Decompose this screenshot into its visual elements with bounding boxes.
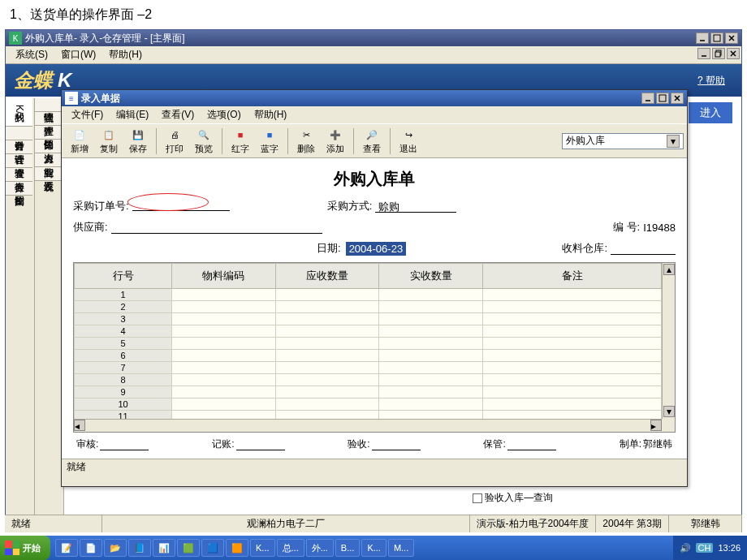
taskbar-item[interactable]: 📘 [128,539,151,557]
date-value[interactable]: 2004-06-23 [346,242,407,256]
menu-help-dialog[interactable]: 帮助(H) [248,106,294,123]
col-actual[interactable]: 实收数量 [379,264,483,289]
preview-button[interactable]: 🔍预览 [189,126,218,157]
status-user: 郭继韩 [669,515,742,532]
sidebar-item-finance[interactable]: 财务会计 [6,127,32,140]
table-row[interactable]: 8 [75,374,662,386]
table-row[interactable]: 10 [75,398,662,411]
ime-badge[interactable]: CH [696,543,714,553]
red-button[interactable]: ■红字 [226,126,255,157]
dialog-minimize-button[interactable] [641,93,654,104]
taskbar-item[interactable]: 📝 [55,539,78,557]
minimize-button[interactable] [696,32,709,44]
taskbar-item[interactable]: K... [250,539,275,557]
new-button[interactable]: 📄新增 [65,126,94,157]
taskbar-item[interactable]: 📊 [153,539,175,557]
sidebar-item-fund[interactable]: 资金管理 [6,154,32,168]
copy-button[interactable]: 📋复制 [94,126,123,157]
taskbar-item[interactable]: 🟦 [201,539,224,557]
add-icon: ➕ [327,127,343,143]
taskbar-item[interactable]: K... [361,539,386,557]
menu-edit[interactable]: 编辑(E) [110,106,155,123]
brand-text: 金蝶 [14,67,53,93]
clock: 13:26 [718,543,741,553]
add-button[interactable]: ➕添加 [321,126,350,157]
menu-options[interactable]: 选项(O) [201,106,247,123]
menu-file[interactable]: 文件(F) [65,106,110,123]
table-row[interactable]: 1 [75,289,662,301]
sidebar-item-bi[interactable]: 商业智能 [35,153,62,167]
table-row[interactable]: 9 [75,386,662,398]
supplier-input[interactable] [111,221,322,234]
dialog-close-button[interactable] [671,93,684,104]
scroll-up-icon[interactable]: ▴ [663,264,675,275]
maker-value: 郭继韩 [643,437,672,451]
sidebar-item-mgmt-acct[interactable]: 管理会计 [6,140,32,154]
warehouse-input[interactable] [611,242,676,255]
delete-button[interactable]: ✂删除 [291,126,321,157]
volume-icon[interactable]: 🔊 [680,543,691,554]
table-row[interactable]: 5 [75,338,662,350]
menu-view[interactable]: 查看(V) [155,106,201,123]
exit-button[interactable]: ↪退出 [394,126,423,157]
close-button[interactable] [725,32,738,44]
sidebar-item-settings[interactable]: 系统设置 [35,167,62,181]
sidebar-item-myk3[interactable]: 我的K/3 [6,98,32,127]
taskbar-item[interactable]: 🟧 [226,539,248,557]
scroll-down-icon[interactable]: ▾ [663,406,675,417]
start-button[interactable]: 开始 [0,536,50,560]
print-button[interactable]: 🖨打印 [160,126,189,157]
col-material[interactable]: 物料编码 [172,264,276,289]
main-title-text: 外购入库单- 录入-仓存管理 - [主界面] [25,32,696,45]
menu-window[interactable]: 窗口(W) [56,46,101,63]
horizontal-scrollbar[interactable]: ◂ ▸ [74,419,662,432]
table-row[interactable]: 3 [75,313,662,325]
maximize-button[interactable] [710,32,723,44]
save-button[interactable]: 💾保存 [123,126,153,157]
dialog-maximize-button[interactable] [656,93,669,104]
grid-table[interactable]: 行号 物料编码 应收数量 实收数量 备注 1234567891011 [74,263,662,423]
taskbar-item[interactable]: 📂 [104,539,127,557]
taskbar-item[interactable]: 📄 [80,539,102,557]
sidebar-item-group[interactable]: 集团控制 [6,182,32,196]
col-rownum[interactable]: 行号 [75,264,172,289]
inner-minimize-button[interactable] [697,48,710,59]
vertical-scrollbar[interactable]: ▴ ▾ [662,263,675,419]
sidebar-item-logistics[interactable]: 物流管理 [35,98,62,112]
menu-help[interactable]: 帮助(H) [104,46,147,63]
col-expected[interactable]: 应收数量 [275,264,379,289]
side-tabs: 我的K/3 财务会计 管理会计 资金管理 合并报表 集团控制 物流管理 生产管理… [6,98,64,520]
table-row[interactable]: 4 [75,325,662,338]
table-row[interactable]: 6 [75,350,662,362]
enter-button[interactable]: 进入 [688,101,733,124]
inner-close-button[interactable] [727,48,740,59]
inner-restore-button[interactable] [712,48,725,59]
scroll-right-icon[interactable]: ▸ [650,420,662,431]
menu-system[interactable]: 系统(S) [11,46,53,63]
col-remark[interactable]: 备注 [483,264,662,289]
find-button[interactable]: 🔎查看 [357,126,386,157]
status-db: 演示版-柏力电子2004年度 [470,515,597,532]
doctype-select[interactable]: 外购入库 ▾ [562,133,684,149]
query-checkbox[interactable] [473,493,482,503]
query-label[interactable]: 验收入库—查询 [485,492,553,503]
keep-value [507,439,556,450]
taskbar-item[interactable]: 总... [277,539,304,557]
taskbar-item[interactable]: B... [335,539,361,557]
method-value[interactable]: 赊购 [375,200,456,213]
entry-dialog: ≡ 录入单据 文件(F) 编辑(E) 查看(V) 选项(O) 帮助(H) 📄新增… [61,89,688,487]
scroll-left-icon[interactable]: ◂ [74,420,85,431]
taskbar-item[interactable]: 外... [306,539,334,557]
table-row[interactable]: 7 [75,362,662,374]
sidebar-item-hr[interactable]: 人力资源 [35,140,62,153]
taskbar: 开始 📝📄📂📘📊🟩🟦🟧K...总...外...B...K...M... 🔊 CH… [0,536,747,560]
taskbar-item[interactable]: 🟩 [177,539,200,557]
po-input[interactable] [132,198,230,211]
table-row[interactable]: 2 [75,301,662,313]
taskbar-item[interactable]: M... [388,539,414,557]
help-link[interactable]: ? 帮助 [697,74,725,88]
blue-button[interactable]: ■蓝字 [255,126,284,157]
sidebar-item-consolidate[interactable]: 合并报表 [6,168,32,182]
sidebar-item-distribution[interactable]: 集团分销 [35,126,62,140]
sidebar-item-production[interactable]: 生产管理 [35,112,62,126]
